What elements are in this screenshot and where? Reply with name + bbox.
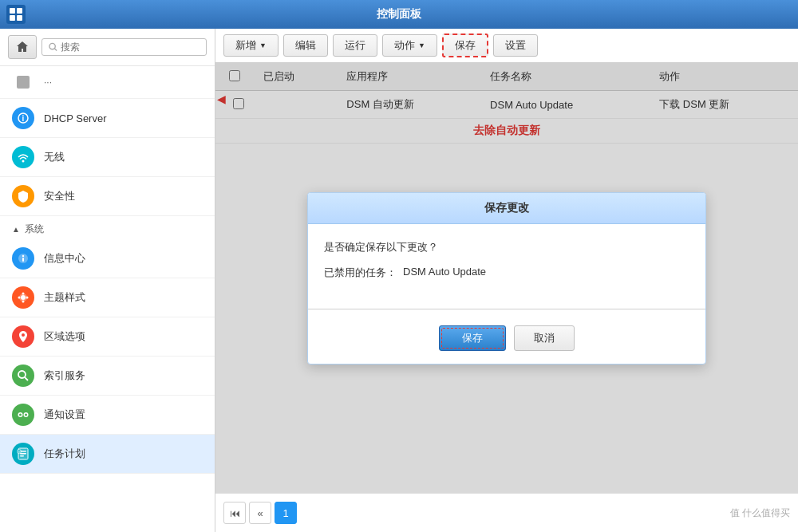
modal-question: 是否确定保存以下更改？ — [324, 240, 689, 254]
info-center-icon — [12, 247, 34, 270]
edit-button[interactable]: 编辑 — [283, 34, 328, 57]
new-button-label: 新增 — [235, 38, 256, 53]
app-icon — [6, 5, 26, 24]
sidebar-item-task-label: 任务计划 — [44, 447, 85, 461]
sidebar-item-notify-label: 通知设置 — [44, 408, 85, 422]
index-icon — [12, 365, 34, 387]
svg-rect-28 — [20, 455, 24, 457]
save-changes-modal: 保存更改 是否确定保存以下更改？ 已禁用的任务： DSM Auto Update… — [307, 192, 706, 365]
settings-button[interactable]: 设置 — [493, 34, 538, 57]
sidebar-item-task[interactable]: 任务计划 — [0, 435, 215, 474]
modal-cancel-label: 取消 — [534, 332, 555, 344]
svg-rect-12 — [22, 258, 24, 262]
modal-disabled-row: 已禁用的任务： DSM Auto Update — [324, 266, 689, 280]
sidebar-item-security[interactable]: 安全性 — [0, 177, 215, 216]
task-icon — [12, 443, 34, 465]
notify-icon — [12, 404, 34, 426]
edit-button-label: 编辑 — [295, 38, 316, 53]
modal-cancel-button[interactable]: 取消 — [514, 325, 575, 351]
settings-button-label: 设置 — [505, 38, 526, 53]
svg-rect-2 — [10, 15, 15, 21]
search-input[interactable] — [61, 41, 200, 53]
table-container: 已启动 应用程序 任务名称 动作 — [215, 63, 798, 493]
svg-point-24 — [25, 414, 27, 416]
sidebar-item-info-center[interactable]: 信息中心 — [0, 239, 215, 278]
svg-point-9 — [22, 160, 25, 163]
modal-overlay: 保存更改 是否确定保存以下更改？ 已禁用的任务： DSM Auto Update… — [215, 63, 798, 493]
svg-point-18 — [18, 297, 21, 299]
modal-footer: 保存 取消 — [308, 319, 705, 364]
sidebar-item-theme[interactable]: 主题样式 — [0, 278, 215, 317]
wireless-icon — [12, 146, 34, 168]
main-layout: ··· i DHCP Server 无线 — [0, 29, 798, 532]
section-collapse-icon: ▲ — [12, 225, 20, 234]
theme-icon — [12, 286, 34, 309]
search-box — [41, 38, 207, 56]
sidebar-item-info-center-label: 信息中心 — [44, 251, 85, 266]
regional-icon — [12, 325, 34, 348]
save-button[interactable]: 保存 — [442, 33, 488, 57]
svg-line-5 — [54, 49, 57, 51]
save-button-label: 保存 — [455, 38, 476, 53]
sidebar: ··· i DHCP Server 无线 — [0, 29, 215, 532]
modal-body: 是否确定保存以下更改？ 已禁用的任务： DSM Auto Update — [308, 224, 705, 296]
svg-point-11 — [22, 255, 24, 257]
first-page-button[interactable]: ⏮ — [223, 502, 246, 524]
sidebar-item-theme-label: 主题样式 — [44, 290, 85, 305]
sidebar-search-area — [0, 29, 215, 66]
modal-save-label: 保存 — [462, 332, 483, 344]
modal-title: 保存更改 — [484, 201, 529, 214]
watermark: 值 什么值得买 — [730, 506, 790, 520]
pagination: ⏮ « 1 值 什么值得买 — [215, 493, 798, 532]
svg-rect-1 — [17, 8, 22, 14]
truncated-icon — [12, 71, 34, 93]
new-button[interactable]: 新增 — [223, 34, 279, 57]
page-1-label: 1 — [282, 507, 288, 519]
modal-divider — [308, 309, 705, 309]
svg-point-17 — [22, 301, 25, 303]
svg-point-14 — [21, 295, 26, 300]
svg-rect-3 — [17, 15, 22, 21]
svg-line-20 — [25, 377, 28, 380]
page-1-button[interactable]: 1 — [275, 502, 297, 524]
truncated-label: ··· — [44, 77, 52, 88]
sidebar-item-regional[interactable]: 区域选项 — [0, 317, 215, 357]
action-button[interactable]: 动作 — [382, 34, 437, 57]
svg-rect-27 — [20, 453, 26, 455]
svg-point-16 — [26, 297, 29, 299]
sidebar-item-index-label: 索引服务 — [44, 368, 85, 383]
svg-point-19 — [18, 371, 26, 378]
sidebar-item-regional-label: 区域选项 — [44, 329, 85, 344]
page-title: 控制面板 — [377, 7, 421, 22]
svg-text:i: i — [22, 114, 25, 123]
run-button-label: 运行 — [345, 38, 365, 53]
svg-rect-0 — [10, 8, 15, 14]
svg-rect-6 — [17, 76, 30, 89]
svg-point-23 — [19, 414, 22, 416]
home-button[interactable] — [8, 35, 37, 59]
dhcp-icon: i — [12, 107, 34, 129]
sidebar-item-security-label: 安全性 — [44, 189, 75, 203]
sidebar-item-index[interactable]: 索引服务 — [0, 357, 215, 396]
run-button[interactable]: 运行 — [333, 34, 377, 57]
security-icon — [12, 185, 34, 207]
svg-point-15 — [22, 293, 25, 295]
content-area: 新增 编辑 运行 动作 保存 设置 — [215, 29, 798, 532]
action-button-label: 动作 — [394, 38, 415, 53]
sidebar-item-notify[interactable]: 通知设置 — [0, 396, 215, 435]
modal-disabled-label: 已禁用的任务： — [324, 266, 397, 280]
sidebar-item-wireless-label: 无线 — [44, 150, 65, 164]
prev-page-button[interactable]: « — [249, 502, 271, 524]
modal-disabled-value: DSM Auto Update — [403, 266, 486, 278]
system-section-label: 系统 — [25, 223, 44, 236]
system-section-header: ▲ 系统 — [0, 216, 215, 239]
modal-save-button[interactable]: 保存 — [439, 325, 506, 351]
sidebar-item-wireless[interactable]: 无线 — [0, 138, 215, 177]
toolbar: 新增 编辑 运行 动作 保存 设置 — [215, 29, 798, 63]
top-bar: 控制面板 — [0, 0, 798, 29]
svg-point-4 — [49, 43, 55, 49]
sidebar-item-dhcp[interactable]: i DHCP Server — [0, 99, 215, 138]
modal-header: 保存更改 — [308, 193, 705, 224]
sidebar-item-dhcp-label: DHCP Server — [44, 112, 107, 124]
sidebar-item-truncated[interactable]: ··· — [0, 66, 215, 99]
